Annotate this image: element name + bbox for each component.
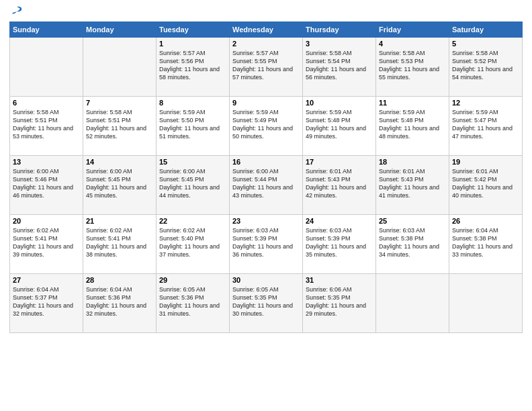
day-number: 6: [13, 99, 80, 107]
calendar-cell: 16Sunrise: 6:00 AM Sunset: 5:44 PM Dayli…: [230, 156, 303, 215]
week-row-1: 1Sunrise: 5:57 AM Sunset: 5:56 PM Daylig…: [10, 38, 523, 97]
day-info: Sunrise: 5:57 AM Sunset: 5:55 PM Dayligh…: [232, 49, 300, 82]
calendar-cell: 12Sunrise: 5:59 AM Sunset: 5:47 PM Dayli…: [449, 97, 523, 156]
day-number: 4: [379, 40, 446, 48]
calendar-cell: 30Sunrise: 6:05 AM Sunset: 5:35 PM Dayli…: [230, 274, 303, 333]
day-info: Sunrise: 6:02 AM Sunset: 5:41 PM Dayligh…: [86, 226, 153, 259]
day-info: Sunrise: 5:58 AM Sunset: 5:53 PM Dayligh…: [379, 49, 446, 82]
day-info: Sunrise: 5:58 AM Sunset: 5:52 PM Dayligh…: [452, 49, 519, 82]
calendar-cell: 8Sunrise: 5:59 AM Sunset: 5:50 PM Daylig…: [157, 97, 230, 156]
day-number: 13: [13, 158, 80, 166]
day-number: 25: [379, 217, 446, 225]
day-info: Sunrise: 6:00 AM Sunset: 5:45 PM Dayligh…: [86, 167, 153, 200]
day-info: Sunrise: 6:03 AM Sunset: 5:39 PM Dayligh…: [306, 226, 373, 259]
calendar-cell: 26Sunrise: 6:04 AM Sunset: 5:38 PM Dayli…: [449, 215, 523, 274]
calendar-cell: 15Sunrise: 6:00 AM Sunset: 5:45 PM Dayli…: [157, 156, 230, 215]
week-row-4: 20Sunrise: 6:02 AM Sunset: 5:41 PM Dayli…: [10, 215, 523, 274]
weekday-header-sunday: Sunday: [10, 22, 83, 38]
day-info: Sunrise: 6:04 AM Sunset: 5:37 PM Dayligh…: [13, 285, 80, 318]
calendar-cell: [376, 274, 449, 333]
calendar-cell: 22Sunrise: 6:02 AM Sunset: 5:40 PM Dayli…: [157, 215, 230, 274]
day-info: Sunrise: 5:59 AM Sunset: 5:49 PM Dayligh…: [232, 108, 300, 141]
calendar-cell: 18Sunrise: 6:01 AM Sunset: 5:43 PM Dayli…: [376, 156, 449, 215]
calendar-cell: 1Sunrise: 5:57 AM Sunset: 5:56 PM Daylig…: [157, 38, 230, 97]
day-info: Sunrise: 6:00 AM Sunset: 5:44 PM Dayligh…: [232, 167, 300, 200]
day-number: 31: [306, 276, 373, 284]
day-info: Sunrise: 6:00 AM Sunset: 5:45 PM Dayligh…: [159, 167, 226, 200]
logo: [9, 7, 23, 17]
calendar-cell: 28Sunrise: 6:04 AM Sunset: 5:36 PM Dayli…: [83, 274, 157, 333]
weekday-header-thursday: Thursday: [303, 22, 376, 38]
day-number: 18: [379, 158, 446, 166]
calendar-cell: 20Sunrise: 6:02 AM Sunset: 5:41 PM Dayli…: [10, 215, 83, 274]
calendar-cell: 21Sunrise: 6:02 AM Sunset: 5:41 PM Dayli…: [83, 215, 157, 274]
calendar-cell: 7Sunrise: 5:58 AM Sunset: 5:51 PM Daylig…: [83, 97, 157, 156]
weekday-header-row: SundayMondayTuesdayWednesdayThursdayFrid…: [10, 22, 523, 38]
calendar-cell: 31Sunrise: 6:06 AM Sunset: 5:35 PM Dayli…: [303, 274, 376, 333]
day-info: Sunrise: 6:01 AM Sunset: 5:43 PM Dayligh…: [306, 167, 373, 200]
day-info: Sunrise: 6:03 AM Sunset: 5:39 PM Dayligh…: [232, 226, 300, 259]
day-number: 5: [452, 40, 519, 48]
day-number: 27: [13, 276, 80, 284]
calendar-cell: 5Sunrise: 5:58 AM Sunset: 5:52 PM Daylig…: [449, 38, 523, 97]
calendar-cell: 24Sunrise: 6:03 AM Sunset: 5:39 PM Dayli…: [303, 215, 376, 274]
day-number: 29: [159, 276, 226, 284]
day-number: 26: [452, 217, 519, 225]
day-info: Sunrise: 5:58 AM Sunset: 5:54 PM Dayligh…: [306, 49, 373, 82]
day-number: 19: [452, 158, 519, 166]
calendar-table: SundayMondayTuesdayWednesdayThursdayFrid…: [9, 21, 523, 333]
day-number: 3: [306, 40, 373, 48]
day-info: Sunrise: 6:02 AM Sunset: 5:40 PM Dayligh…: [159, 226, 226, 259]
day-info: Sunrise: 6:02 AM Sunset: 5:41 PM Dayligh…: [13, 226, 80, 259]
weekday-header-friday: Friday: [376, 22, 449, 38]
header: [9, 7, 523, 17]
calendar-cell: 17Sunrise: 6:01 AM Sunset: 5:43 PM Dayli…: [303, 156, 376, 215]
day-info: Sunrise: 5:59 AM Sunset: 5:48 PM Dayligh…: [306, 108, 373, 141]
day-info: Sunrise: 5:59 AM Sunset: 5:50 PM Dayligh…: [159, 108, 226, 141]
day-number: 12: [452, 99, 519, 107]
calendar-cell: 25Sunrise: 6:03 AM Sunset: 5:38 PM Dayli…: [376, 215, 449, 274]
day-number: 15: [159, 158, 226, 166]
day-info: Sunrise: 6:04 AM Sunset: 5:36 PM Dayligh…: [86, 285, 153, 318]
day-number: 24: [306, 217, 373, 225]
day-info: Sunrise: 6:00 AM Sunset: 5:46 PM Dayligh…: [13, 167, 80, 200]
weekday-header-wednesday: Wednesday: [230, 22, 303, 38]
weekday-header-saturday: Saturday: [449, 22, 523, 38]
day-number: 22: [159, 217, 226, 225]
day-number: 1: [159, 40, 226, 48]
day-info: Sunrise: 5:58 AM Sunset: 5:51 PM Dayligh…: [13, 108, 80, 141]
calendar-cell: 23Sunrise: 6:03 AM Sunset: 5:39 PM Dayli…: [230, 215, 303, 274]
day-info: Sunrise: 5:59 AM Sunset: 5:47 PM Dayligh…: [452, 108, 519, 141]
day-number: 7: [86, 99, 153, 107]
day-info: Sunrise: 6:05 AM Sunset: 5:36 PM Dayligh…: [159, 285, 226, 318]
week-row-2: 6Sunrise: 5:58 AM Sunset: 5:51 PM Daylig…: [10, 97, 523, 156]
main-container: SundayMondayTuesdayWednesdayThursdayFrid…: [0, 0, 532, 411]
calendar-cell: 6Sunrise: 5:58 AM Sunset: 5:51 PM Daylig…: [10, 97, 83, 156]
day-number: 16: [232, 158, 300, 166]
calendar-cell: 2Sunrise: 5:57 AM Sunset: 5:55 PM Daylig…: [230, 38, 303, 97]
day-info: Sunrise: 6:01 AM Sunset: 5:42 PM Dayligh…: [452, 167, 519, 200]
day-number: 10: [306, 99, 373, 107]
calendar-cell: [449, 274, 523, 333]
day-number: 2: [232, 40, 300, 48]
day-number: 8: [159, 99, 226, 107]
week-row-3: 13Sunrise: 6:00 AM Sunset: 5:46 PM Dayli…: [10, 156, 523, 215]
week-row-5: 27Sunrise: 6:04 AM Sunset: 5:37 PM Dayli…: [10, 274, 523, 333]
day-number: 23: [232, 217, 300, 225]
day-number: 9: [232, 99, 300, 107]
day-number: 11: [379, 99, 446, 107]
day-number: 17: [306, 158, 373, 166]
day-info: Sunrise: 5:58 AM Sunset: 5:51 PM Dayligh…: [86, 108, 153, 141]
calendar-cell: 29Sunrise: 6:05 AM Sunset: 5:36 PM Dayli…: [157, 274, 230, 333]
weekday-header-monday: Monday: [83, 22, 157, 38]
calendar-cell: [10, 38, 83, 97]
day-info: Sunrise: 5:59 AM Sunset: 5:48 PM Dayligh…: [379, 108, 446, 141]
day-number: 20: [13, 217, 80, 225]
calendar-cell: 9Sunrise: 5:59 AM Sunset: 5:49 PM Daylig…: [230, 97, 303, 156]
calendar-cell: [83, 38, 157, 97]
logo-bird-icon: [11, 5, 23, 17]
day-number: 28: [86, 276, 153, 284]
day-number: 30: [232, 276, 300, 284]
day-info: Sunrise: 6:01 AM Sunset: 5:43 PM Dayligh…: [379, 167, 446, 200]
day-info: Sunrise: 6:04 AM Sunset: 5:38 PM Dayligh…: [452, 226, 519, 259]
